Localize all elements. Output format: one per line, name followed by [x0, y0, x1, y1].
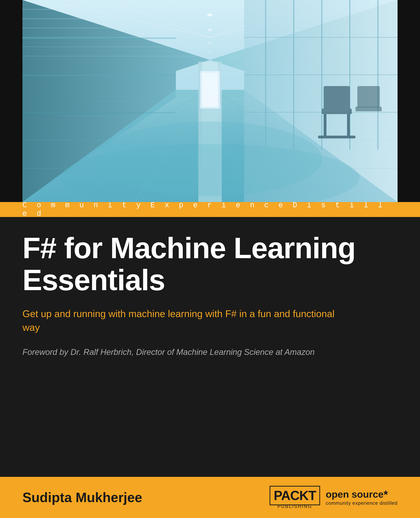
content-section: F# for Machine Learning Essentials Get u…: [0, 217, 420, 477]
book-cover: C o m m u n i t y E x p e r i e n c e D …: [0, 0, 420, 518]
foreword-text: Foreword by Dr. Ralf Herbrich, Director …: [22, 347, 398, 357]
svg-rect-58: [22, 112, 176, 113]
photo-section: [0, 0, 420, 202]
author-name: Sudipta Mukherjee: [22, 490, 142, 505]
packt-text: PACKT: [274, 488, 316, 503]
svg-rect-56: [22, 38, 176, 39]
svg-rect-48: [324, 86, 350, 109]
book-title: F# for Machine Learning Essentials: [22, 232, 398, 296]
community-text: C o m m u n i t y E x p e r i e n c e D …: [22, 201, 398, 218]
bottom-bar: Sudipta Mukherjee PACKT PUBLISHING open …: [0, 477, 420, 518]
svg-rect-51: [318, 136, 355, 138]
asterisk-icon: *: [383, 489, 388, 500]
community-banner: C o m m u n i t y E x p e r i e n c e D …: [0, 202, 420, 217]
svg-point-23: [208, 29, 212, 31]
packt-box: PACKT: [270, 486, 320, 505]
svg-rect-57: [22, 75, 176, 76]
side-bar-left: [0, 0, 22, 202]
svg-rect-55: [202, 73, 218, 107]
svg-point-24: [208, 42, 212, 44]
corridor-photo: [22, 0, 398, 202]
svg-rect-49: [324, 114, 326, 136]
packt-logo-block: PACKT PUBLISHING: [270, 486, 320, 509]
svg-point-25: [208, 52, 211, 53]
svg-rect-53: [357, 86, 380, 108]
svg-point-22: [207, 14, 213, 16]
publisher-logo: PACKT PUBLISHING open source * community…: [270, 486, 398, 509]
book-subtitle: Get up and running with machine learning…: [22, 307, 340, 334]
svg-rect-50: [347, 114, 350, 136]
open-source-block: open source * community experience disti…: [326, 489, 398, 506]
open-source-text: open source: [326, 489, 383, 500]
packt-publishing: PUBLISHING: [278, 504, 312, 509]
community-distilled-text: community experience distilled: [326, 500, 398, 506]
side-bar-right: [398, 0, 420, 202]
